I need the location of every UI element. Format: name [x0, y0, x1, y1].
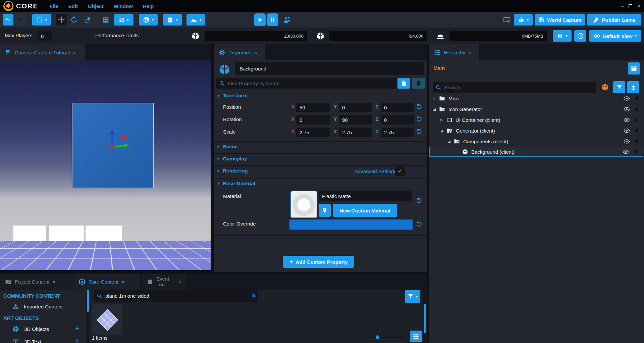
- view-mode-button[interactable]: [410, 331, 422, 342]
- pause-button[interactable]: [267, 13, 278, 26]
- redo-button[interactable]: [15, 14, 25, 26]
- content-filter-dropdown[interactable]: ▾: [405, 290, 420, 303]
- visibility-eye-icon[interactable]: [624, 117, 630, 123]
- tree-item-components[interactable]: ◢ Components (client): [429, 136, 644, 147]
- hierarchy-search[interactable]: [433, 82, 596, 93]
- tab-project-content[interactable]: Project Content ×: [0, 274, 74, 290]
- assistant-dropdown[interactable]: ▾: [514, 14, 533, 26]
- object-name-field[interactable]: [235, 62, 424, 75]
- close-icon[interactable]: ×: [73, 50, 76, 55]
- performance-gauge-button[interactable]: [574, 30, 586, 42]
- play-button[interactable]: [254, 13, 266, 26]
- window-maximize-button[interactable]: [629, 3, 632, 9]
- visibility-eye-icon[interactable]: [624, 95, 630, 102]
- paste-properties-button[interactable]: [412, 78, 425, 89]
- section-gameplay[interactable]: ▸Gameplay: [218, 156, 247, 161]
- content-search[interactable]: ×: [94, 290, 258, 302]
- close-icon[interactable]: ×: [468, 50, 471, 55]
- close-icon[interactable]: ×: [179, 279, 182, 285]
- menu-file[interactable]: File: [50, 3, 58, 9]
- lock-icon[interactable]: [634, 96, 639, 101]
- script-dropdown[interactable]: ▾: [163, 14, 182, 26]
- section-base-material[interactable]: ▾Base Material: [218, 181, 255, 186]
- tree-item-icon-generator[interactable]: ◢ Icon Generator: [429, 104, 644, 114]
- collapse-icon[interactable]: ◢: [439, 129, 444, 133]
- position-z-input[interactable]: [381, 103, 414, 112]
- lock-icon[interactable]: [634, 117, 639, 122]
- rotation-y-input[interactable]: [339, 115, 372, 125]
- add-3d-objects-button[interactable]: +: [75, 325, 79, 332]
- close-icon[interactable]: ×: [52, 279, 55, 285]
- hierarchy-collapse-button[interactable]: [627, 81, 639, 93]
- lock-icon[interactable]: [634, 106, 639, 112]
- sidebar-item-imported-content[interactable]: Imported Content: [12, 303, 63, 310]
- expand-icon[interactable]: ▷: [432, 97, 437, 100]
- material-thumbnail[interactable]: [290, 191, 317, 218]
- section-rendering[interactable]: ▸Rendering: [218, 168, 248, 174]
- scale-z-input[interactable]: [381, 128, 414, 137]
- tree-item-background-selected[interactable]: Background (client): [429, 147, 643, 157]
- world-capture-button[interactable]: World Capture: [535, 14, 585, 26]
- undo-button[interactable]: [3, 14, 13, 26]
- content-search-input[interactable]: [105, 293, 250, 299]
- window-close-button[interactable]: ×: [637, 3, 641, 10]
- scale-reset-icon[interactable]: [416, 128, 422, 135]
- visibility-eye-icon[interactable]: [624, 128, 630, 134]
- world-settings-dropdown[interactable]: ▾: [139, 14, 158, 26]
- screen-share-icon[interactable]: [502, 15, 512, 25]
- rotate-tool-button[interactable]: [68, 14, 80, 26]
- section-scene[interactable]: ▸Scene: [218, 144, 238, 149]
- collapse-icon[interactable]: ◢: [447, 140, 451, 143]
- scale-y-input[interactable]: [339, 128, 372, 137]
- tab-hierarchy[interactable]: Hierarchy ×: [429, 44, 479, 60]
- selection-mode-dropdown[interactable]: ▾: [32, 14, 51, 26]
- rotation-x-input[interactable]: [296, 115, 330, 125]
- networked-objects-button[interactable]: [599, 81, 611, 93]
- cinematic-capture-button[interactable]: [628, 62, 640, 75]
- visibility-eye-icon[interactable]: [624, 138, 630, 145]
- menu-help[interactable]: Help: [143, 3, 154, 9]
- advanced-settings-checkbox[interactable]: ✓: [395, 166, 405, 176]
- sidebar-item-3d-text[interactable]: 3D Text: [12, 338, 41, 343]
- clear-search-icon[interactable]: ×: [252, 292, 256, 299]
- section-transform[interactable]: ▾Transform: [218, 93, 248, 98]
- multiplayer-preview-icon[interactable]: [282, 15, 292, 25]
- add-3d-text-button[interactable]: +: [75, 337, 79, 343]
- menu-edit[interactable]: Edit: [68, 3, 78, 9]
- slider-handle[interactable]: [376, 335, 379, 339]
- visibility-eye-icon[interactable]: [623, 149, 629, 155]
- art-objects-header[interactable]: ART OBJECTS: [3, 315, 39, 321]
- sidebar-item-3d-objects[interactable]: 3D Objects: [12, 325, 49, 333]
- collapse-icon[interactable]: ◢: [432, 107, 437, 111]
- tree-item-ui-container[interactable]: ▷ UI Container (client): [429, 114, 644, 125]
- community-content-header[interactable]: COMMUNITY CONTENT: [3, 293, 60, 299]
- tree-item-misc[interactable]: ▷ Misc: [429, 93, 644, 104]
- color-override-swatch[interactable]: [289, 219, 413, 230]
- move-tool-button[interactable]: [56, 14, 67, 26]
- hierarchy-search-input[interactable]: [443, 84, 594, 91]
- close-icon[interactable]: ×: [121, 279, 124, 285]
- grid-snap-button[interactable]: [100, 14, 111, 26]
- terrain-dropdown[interactable]: ▾: [186, 14, 205, 26]
- tree-item-generator[interactable]: ◢ Generator (client): [429, 125, 644, 136]
- max-players-input[interactable]: [38, 31, 52, 41]
- find-property-search[interactable]: [216, 78, 397, 89]
- close-icon[interactable]: ×: [254, 50, 257, 55]
- hierarchy-filter-button[interactable]: [613, 81, 625, 93]
- lock-icon[interactable]: [633, 149, 638, 154]
- material-name-field[interactable]: [319, 191, 412, 201]
- rotation-z-input[interactable]: [381, 115, 414, 125]
- thumbnail-size-slider[interactable]: [368, 337, 405, 338]
- tab-event-log[interactable]: Event Log ×: [142, 274, 186, 290]
- publish-game-button[interactable]: Publish Game: [587, 14, 641, 26]
- material-picker-button[interactable]: [319, 204, 331, 217]
- add-custom-property-button[interactable]: + Add Custom Property: [283, 256, 354, 268]
- expand-icon[interactable]: ▷: [439, 118, 444, 122]
- window-minimize-button[interactable]: –: [621, 3, 624, 9]
- default-view-dropdown[interactable]: Default View▾: [589, 30, 641, 42]
- color-override-reset-icon[interactable]: [416, 221, 422, 227]
- content-scrollbar[interactable]: [423, 290, 426, 343]
- move-gizmo[interactable]: [101, 126, 148, 163]
- scale-tool-button[interactable]: [82, 14, 93, 26]
- viewport-3d[interactable]: [0, 60, 211, 270]
